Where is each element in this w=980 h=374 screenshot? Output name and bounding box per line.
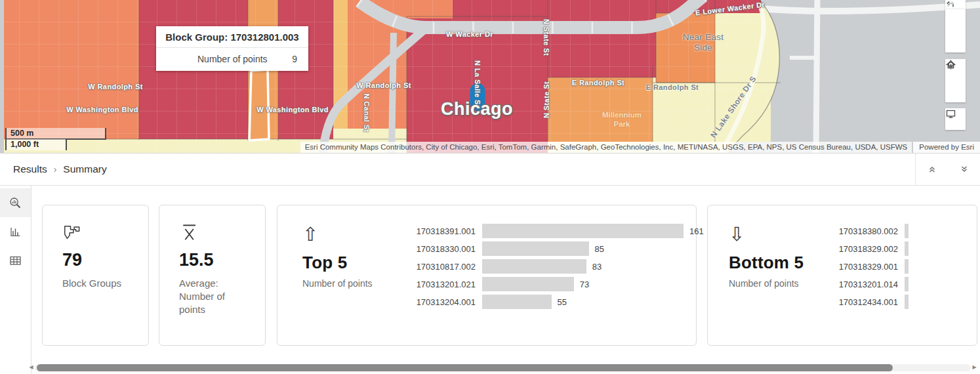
- breadcrumb-separator-icon: ›: [54, 164, 57, 175]
- bar: [905, 277, 909, 291]
- bar-value: 55: [558, 297, 567, 307]
- tooltip-field-label: Number of points: [197, 54, 268, 64]
- bar: [905, 224, 909, 238]
- bar: [483, 259, 586, 274]
- card-top5: ⇧ Top 5 Number of points 170318391.00116…: [277, 205, 697, 346]
- bar: [905, 259, 909, 274]
- breadcrumb-summary: Summary: [63, 163, 106, 175]
- bar-axis: [905, 224, 909, 238]
- attribution-sources: Esri Community Maps Contributors, City o…: [300, 142, 912, 153]
- bar-category-label: 170313201.014: [821, 280, 905, 289]
- tool-chart[interactable]: [0, 217, 31, 246]
- top5-subtitle: Number of points: [302, 278, 402, 289]
- table-icon: [9, 254, 22, 268]
- tool-summary[interactable]: [0, 188, 31, 217]
- top5-chart: 170318391.001161170318330.00185170310817…: [402, 224, 704, 345]
- card-block-groups: 79 Block Groups: [42, 205, 149, 346]
- collapse-up-button[interactable]: [916, 154, 948, 185]
- bar-axis: [905, 241, 909, 256]
- panel-collapse-controls: [915, 154, 980, 185]
- bar-category-label: 170318330.001: [402, 244, 482, 254]
- bar-category-label: 170312434.001: [821, 297, 905, 307]
- breadcrumb-results[interactable]: Results: [13, 163, 47, 175]
- mean-xbar-icon: [179, 222, 265, 245]
- bar-row: 170313201.014: [821, 277, 909, 291]
- summary-content: 79 Block Groups 15.5 Average: Number of …: [0, 186, 980, 374]
- bar-category-label: 170318380.002: [821, 226, 905, 236]
- bar-axis: [905, 259, 909, 274]
- bar-axis: 85: [482, 241, 704, 256]
- bar-row: 170310817.00283: [402, 259, 704, 274]
- scroll-left-arrow[interactable]: ◀: [28, 363, 35, 372]
- average-label: Average: Number of points: [179, 277, 249, 316]
- bar: [905, 295, 909, 309]
- bar-row: 170318330.00185: [402, 241, 704, 256]
- basemap-canvas: [0, 0, 980, 153]
- bar-row: 170318391.001161: [402, 224, 704, 238]
- bar: [483, 295, 552, 309]
- screen-button[interactable]: [945, 108, 966, 130]
- scroll-right-arrow[interactable]: ▶: [971, 363, 978, 372]
- tooltip-field-value: 9: [292, 54, 297, 64]
- block-groups-label: Block Groups: [62, 277, 132, 290]
- map-tooltip: Block Group: 170312801.003 Number of poi…: [156, 26, 308, 71]
- horizontal-scrollbar: ◀ ▶: [28, 363, 978, 372]
- bar: [905, 241, 909, 256]
- block-groups-icon: [62, 222, 148, 245]
- screen-widget: [945, 108, 966, 130]
- bar-axis: 55: [482, 295, 704, 309]
- bar-category-label: 170313204.001: [402, 297, 482, 307]
- redo-icon: [945, 0, 956, 10]
- average-value: 15.5: [179, 250, 265, 270]
- results-panel-header: Results › Summary: [0, 153, 980, 186]
- map-attribution: Esri Community Maps Contributors, City o…: [300, 142, 980, 153]
- arrow-up-icon: ⇧: [302, 224, 402, 246]
- top5-title: Top 5: [302, 253, 402, 273]
- navigation-widget: [945, 59, 966, 102]
- bar: [483, 224, 684, 238]
- locate-icon: [945, 59, 956, 70]
- powered-by-esri: Powered by Esri: [913, 142, 980, 153]
- bar-axis: 161: [482, 224, 704, 238]
- bar-row: 170318380.002: [821, 224, 909, 238]
- bar-row: 170318329.002: [821, 241, 909, 256]
- chevrons-up-icon: [927, 164, 937, 175]
- monitor-icon: [945, 108, 956, 119]
- summary-magnifier-icon: [9, 196, 22, 210]
- bar-value: 161: [689, 226, 704, 236]
- bar-row: 170318329.001: [821, 259, 909, 274]
- breadcrumb: Results › Summary: [0, 163, 915, 175]
- tool-table[interactable]: [0, 246, 31, 275]
- bar-chart-icon: [9, 225, 22, 239]
- bar: [483, 277, 574, 291]
- map-marker: [470, 83, 485, 111]
- bottom5-title: Bottom 5: [729, 253, 821, 273]
- bar-category-label: 170310817.002: [402, 262, 482, 272]
- redo-button[interactable]: [945, 31, 966, 52]
- selected-block-group: [249, 70, 269, 140]
- scrollbar-track[interactable]: [35, 364, 971, 371]
- bar-category-label: 170318391.001: [402, 226, 482, 236]
- scrollbar-thumb[interactable]: [37, 364, 893, 371]
- bar-axis: 83: [482, 259, 704, 274]
- bar-row: 170313201.02173: [402, 277, 704, 291]
- bar-row: 170312434.001: [821, 295, 909, 309]
- arrow-down-icon: ⇩: [729, 224, 821, 246]
- collapse-down-button[interactable]: [948, 154, 980, 185]
- bar-axis: 73: [482, 277, 704, 291]
- undo-button[interactable]: [945, 9, 966, 31]
- chevrons-down-icon: [959, 164, 970, 175]
- locate-button[interactable]: [945, 81, 966, 102]
- bar-axis: [905, 295, 909, 309]
- block-groups-value: 79: [62, 250, 148, 270]
- bar-category-label: 170318329.002: [821, 244, 905, 254]
- bar-value: 73: [580, 280, 589, 289]
- bar-category-label: 170318329.001: [821, 262, 905, 272]
- bar-value: 83: [592, 262, 602, 272]
- card-average: 15.5 Average: Number of points: [159, 205, 266, 346]
- bar-value: 85: [595, 244, 604, 254]
- bar-row: 170313204.00155: [402, 295, 704, 309]
- map-view[interactable]: W Randolph St W Washington Blvd W Randol…: [0, 0, 980, 153]
- bar: [483, 241, 589, 256]
- bar-category-label: 170313201.021: [402, 280, 482, 289]
